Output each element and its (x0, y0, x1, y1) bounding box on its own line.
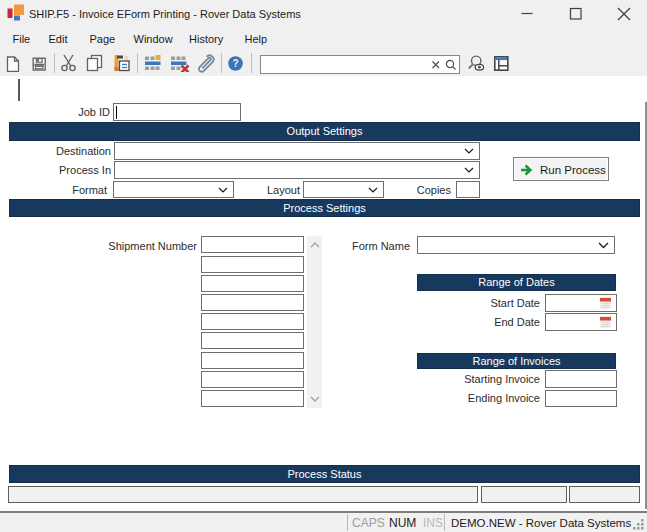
svg-text:?: ? (232, 58, 238, 69)
